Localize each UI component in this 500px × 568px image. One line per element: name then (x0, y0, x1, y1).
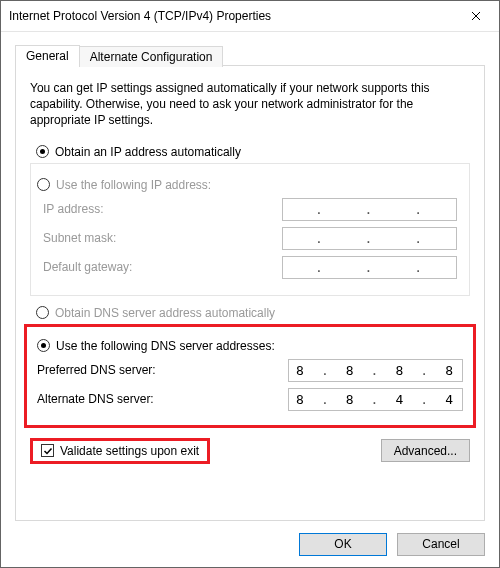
input-ip-address: . . . (282, 198, 457, 221)
ok-button[interactable]: OK (299, 533, 387, 556)
cancel-button[interactable]: Cancel (397, 533, 485, 556)
radio-ip-auto[interactable]: Obtain an IP address automatically (36, 145, 470, 159)
input-default-gateway: ... (282, 256, 457, 279)
radio-label: Obtain DNS server address automatically (55, 306, 275, 320)
titlebar: Internet Protocol Version 4 (TCP/IPv4) P… (1, 1, 499, 32)
tab-alternate-configuration[interactable]: Alternate Configuration (79, 46, 224, 67)
tab-general[interactable]: General (15, 45, 80, 66)
radio-icon (36, 306, 49, 319)
ip-manual-group: Use the following IP address: IP address… (30, 163, 470, 296)
radio-icon (37, 339, 50, 352)
radio-dns-manual[interactable]: Use the following DNS server addresses: (37, 339, 463, 353)
radio-icon (36, 145, 49, 158)
label-preferred-dns: Preferred DNS server: (37, 363, 288, 377)
input-preferred-dns[interactable]: 8. 8. 8. 8 (288, 359, 463, 382)
ipv4-properties-dialog: Internet Protocol Version 4 (TCP/IPv4) P… (0, 0, 500, 568)
close-icon (471, 11, 481, 21)
label-ip-address: IP address: (43, 202, 282, 216)
radio-icon (37, 178, 50, 191)
bottom-row: Validate settings upon exit Advanced... (30, 438, 470, 464)
input-subnet-mask: ... (282, 227, 457, 250)
label-default-gateway: Default gateway: (43, 260, 282, 274)
field-alternate-dns: Alternate DNS server: 8. 8. 4. 4 (37, 388, 463, 411)
label-alternate-dns: Alternate DNS server: (37, 392, 288, 406)
intro-text: You can get IP settings assigned automat… (30, 80, 470, 129)
checkbox-validate[interactable]: Validate settings upon exit (41, 444, 199, 458)
radio-dns-auto[interactable]: Obtain DNS server address automatically (36, 306, 470, 320)
panel-general: You can get IP settings assigned automat… (15, 65, 485, 521)
tab-strip: General Alternate Configuration (15, 44, 485, 66)
label-subnet-mask: Subnet mask: (43, 231, 282, 245)
advanced-button[interactable]: Advanced... (381, 439, 470, 462)
highlight-validate-checkbox: Validate settings upon exit (30, 438, 210, 464)
checkbox-label: Validate settings upon exit (60, 444, 199, 458)
field-default-gateway: Default gateway: ... (43, 256, 457, 279)
radio-label: Obtain an IP address automatically (55, 145, 241, 159)
radio-label: Use the following IP address: (56, 178, 211, 192)
close-button[interactable] (453, 1, 499, 31)
window-title: Internet Protocol Version 4 (TCP/IPv4) P… (9, 9, 453, 23)
highlight-dns-section: Use the following DNS server addresses: … (24, 324, 476, 428)
radio-ip-manual[interactable]: Use the following IP address: (37, 178, 457, 192)
field-subnet-mask: Subnet mask: ... (43, 227, 457, 250)
input-alternate-dns[interactable]: 8. 8. 4. 4 (288, 388, 463, 411)
dialog-footer: OK Cancel (1, 521, 499, 567)
field-preferred-dns: Preferred DNS server: 8. 8. 8. 8 (37, 359, 463, 382)
checkbox-icon (41, 444, 54, 457)
client-area: General Alternate Configuration You can … (1, 32, 499, 521)
field-ip-address: IP address: . . . (43, 198, 457, 221)
radio-label: Use the following DNS server addresses: (56, 339, 275, 353)
